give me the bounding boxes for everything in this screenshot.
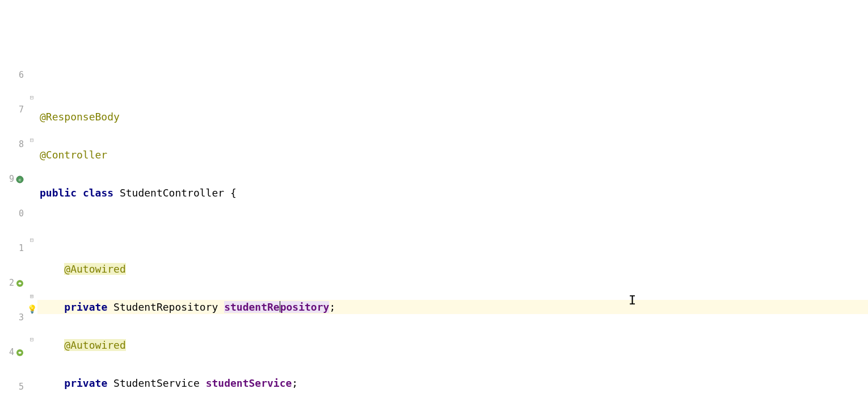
fold-toggle-icon[interactable]: ⊟ <box>28 237 35 244</box>
line-number-gutter: 6 7 8 9c 0 1 2 3 4 5 6 7 8 9m 0 1 2 3 4 … <box>0 48 27 397</box>
line-number[interactable]: 5 <box>0 380 27 394</box>
fold-toggle-icon[interactable]: ⊟ <box>28 336 35 343</box>
code-text-area[interactable]: @ResponseBody @Controller public class S… <box>37 48 868 397</box>
line-number[interactable]: 1 <box>0 241 27 256</box>
fold-toggle-icon[interactable]: ⊞ <box>28 293 35 300</box>
text-caret <box>280 301 280 312</box>
line-number[interactable]: 8 <box>0 137 27 152</box>
code-editor: 6 7 8 9c 0 1 2 3 4 5 6 7 8 9m 0 1 2 3 4 … <box>0 48 868 397</box>
line-number[interactable]: 7 <box>0 103 27 117</box>
annotation: @Autowired <box>64 263 125 275</box>
intention-bulb-icon[interactable]: 💡 <box>27 302 37 316</box>
annotation: @Controller <box>40 149 107 161</box>
class-icon[interactable]: c <box>16 175 24 183</box>
fold-toggle-icon[interactable]: ⊟ <box>28 94 35 101</box>
line-number[interactable]: 9c <box>0 172 27 186</box>
line-number[interactable]: 6 <box>0 68 27 82</box>
field-highlight: studentRe <box>224 301 280 313</box>
bean-icon[interactable] <box>16 279 24 287</box>
fold-toggle-icon[interactable]: ⊟ <box>28 137 35 144</box>
svg-text:c: c <box>19 177 21 182</box>
line-number[interactable]: 3 <box>0 311 27 325</box>
bean-icon[interactable] <box>16 349 24 357</box>
fold-column: ⊟ ⊟ ⊟ ⊞ ⊟ ⊞ <box>27 48 37 397</box>
annotation: @ResponseBody <box>40 111 120 123</box>
line-number[interactable]: 4 <box>0 345 27 360</box>
line-number[interactable]: 0 <box>0 207 27 221</box>
line-number[interactable]: 2 <box>0 276 27 290</box>
annotation: @Autowired <box>64 339 125 351</box>
